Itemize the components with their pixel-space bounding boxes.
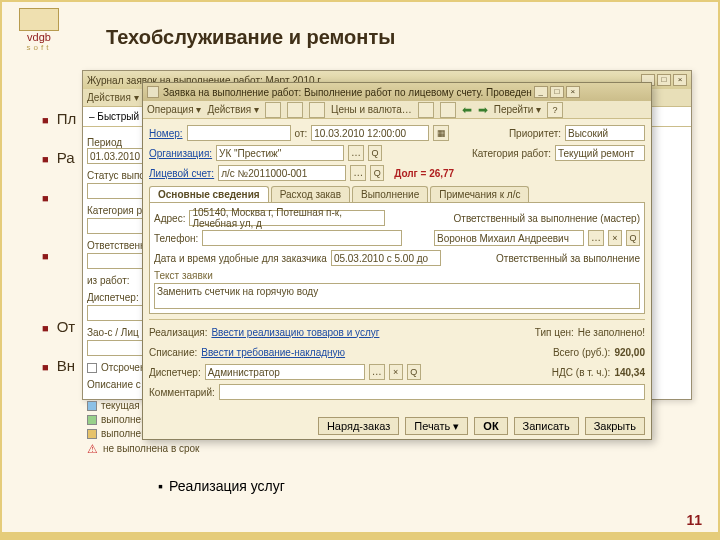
dispatcher-label: Диспетчер: (149, 367, 201, 378)
priority-label: Приоритет: (509, 128, 561, 139)
warning-icon: ⚠ (87, 442, 99, 454)
save-button[interactable]: Записать (514, 417, 579, 435)
date-field[interactable]: 10.03.2010 12:00:00 (311, 125, 429, 141)
bullet-spacer2 (42, 246, 76, 296)
resp-clear-button[interactable]: × (608, 230, 622, 246)
tab-notes[interactable]: Примечания к л/с (430, 186, 529, 202)
tab-body: Адрес: 105140, Москва г, Потешная п-к, Л… (149, 202, 645, 314)
service-item: Реализация услуг (158, 478, 285, 494)
org-label[interactable]: Организация: (149, 148, 212, 159)
tabs: Основные сведения Расход закав Выполнени… (149, 186, 645, 202)
number-label[interactable]: Номер: (149, 128, 183, 139)
calendar-icon[interactable]: ▦ (433, 125, 449, 141)
toolbar-icon[interactable] (287, 102, 303, 118)
resp-open-button[interactable]: Q (626, 230, 640, 246)
ls-select-button[interactable]: … (350, 165, 366, 181)
work-cat-field[interactable]: Текущий ремонт (555, 145, 645, 161)
work-cat-label: Категория работ: (472, 148, 551, 159)
total-label: Всего (руб.): (553, 347, 611, 358)
legend-color-2 (87, 415, 97, 425)
otrec-label: Отсрочен (101, 362, 145, 373)
logo-sub: soft (27, 43, 52, 52)
tab-execution[interactable]: Выполнение (352, 186, 428, 202)
separator (149, 319, 645, 320)
toolbar-icon[interactable] (440, 102, 456, 118)
close-button[interactable]: Закрыть (585, 417, 645, 435)
org-open-button[interactable]: Q (368, 145, 382, 161)
from-label: от: (295, 128, 308, 139)
phone-label: Телефон: (154, 233, 198, 244)
tb-price[interactable]: Цены и валюта… (331, 104, 412, 115)
time-field[interactable]: 05.03.2010 с 5.00 до (331, 250, 441, 266)
journal-max-icon[interactable]: □ (657, 74, 671, 86)
tb-actions[interactable]: Действия ▾ (207, 104, 259, 115)
disp-clear-button[interactable]: × (389, 364, 403, 380)
bullet-1: Пл (42, 110, 76, 127)
request-dialog-icon (147, 86, 159, 98)
real-link[interactable]: Ввести реализацию товаров и услуг (211, 327, 379, 338)
slide: vdgb soft Техобслуживание и ремонты Пл Р… (0, 0, 720, 540)
otrec-checkbox[interactable] (87, 363, 97, 373)
time-label: Дата и время удобные для заказчика (154, 253, 327, 264)
bullet-4: Вн (42, 357, 76, 374)
legend-4: не выполнена в срок (103, 443, 200, 454)
comment-field[interactable] (219, 384, 645, 400)
resp-short-label: Ответственный за выполнение (496, 253, 640, 264)
disp-open-button[interactable]: Q (407, 364, 421, 380)
journal-actions[interactable]: Действия ▾ (87, 92, 139, 103)
arrow-left-icon[interactable]: ⬅ (462, 103, 472, 117)
footer-bar (2, 532, 718, 538)
responsible-field[interactable]: Воронов Михаил Андреевич (434, 230, 584, 246)
logo-box (19, 8, 59, 31)
dispatcher-field[interactable]: Администратор (205, 364, 365, 380)
tab-main[interactable]: Основные сведения (149, 186, 269, 202)
toolbar-icon[interactable] (309, 102, 325, 118)
toolbar-icon[interactable] (418, 102, 434, 118)
slide-bullets: Пл Ра От Вн (42, 110, 76, 396)
logo-text: vdgb (27, 31, 51, 43)
priority-field[interactable]: Высокий (565, 125, 645, 141)
phone-field[interactable] (202, 230, 402, 246)
arrow-right-icon[interactable]: ➡ (478, 103, 488, 117)
request-text[interactable]: Заменить счетчик на горячую воду (154, 283, 640, 309)
toolbar-icon[interactable] (265, 102, 281, 118)
addr-field[interactable]: 105140, Москва г, Потешная п-к, Лечебная… (189, 210, 385, 226)
request-titlebar: Заявка на выполнение работ: Выполнение р… (143, 83, 651, 101)
tb-goto[interactable]: Перейти ▾ (494, 104, 541, 115)
spis-label: Списание: (149, 347, 197, 358)
legend-3: выполнен (101, 428, 147, 439)
request-body: Номер: от: 10.03.2010 12:00:00 ▦ Приорит… (143, 119, 651, 407)
real-label: Реализация: (149, 327, 207, 338)
print-button[interactable]: Печать ▾ (405, 417, 468, 435)
naryad-button[interactable]: Наряд-заказ (318, 417, 399, 435)
tb-operation[interactable]: Операция ▾ (147, 104, 201, 115)
legend-2: выполнен (101, 414, 147, 425)
ls-label[interactable]: Лицевой счет: (149, 168, 214, 179)
bullet-spacer1 (42, 188, 76, 224)
page-number: 11 (686, 512, 702, 528)
request-max-icon[interactable]: □ (550, 86, 564, 98)
ok-button[interactable]: ОК (474, 417, 507, 435)
price-type-value: Не заполнено! (578, 327, 645, 338)
journal-close-icon[interactable]: × (673, 74, 687, 86)
slide-title: Техобслуживание и ремонты (106, 26, 395, 49)
disp-select-button[interactable]: … (369, 364, 385, 380)
tab-consumption[interactable]: Расход закав (271, 186, 350, 202)
ls-field[interactable]: л/с №2011000-001 (218, 165, 346, 181)
legend-1: текущая с (101, 400, 148, 411)
number-field[interactable] (187, 125, 291, 141)
ls-open-button[interactable]: Q (370, 165, 384, 181)
request-close-icon[interactable]: × (566, 86, 580, 98)
request-text-label: Текст заявки (154, 270, 640, 281)
org-field[interactable]: УК "Престиж" (216, 145, 344, 161)
bullet-2: Ра (42, 149, 76, 166)
help-icon[interactable]: ? (547, 102, 563, 118)
price-type-label: Тип цен: (535, 327, 574, 338)
request-min-icon[interactable]: _ (534, 86, 548, 98)
spis-link[interactable]: Ввести требование-накладную (201, 347, 345, 358)
org-select-button[interactable]: … (348, 145, 364, 161)
request-bottombar: Наряд-заказ Печать ▾ ОК Записать Закрыть (149, 417, 645, 435)
legend-color-3 (87, 429, 97, 439)
nds-value: 140,34 (614, 367, 645, 378)
resp-select-button[interactable]: … (588, 230, 604, 246)
